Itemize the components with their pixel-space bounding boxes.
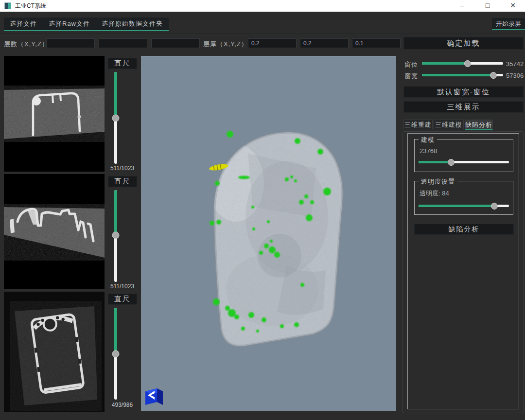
thickness-label: 层厚（X,Y,Z） xyxy=(203,40,248,49)
opacity-group-title: 透明度设置 xyxy=(419,177,457,186)
file-toolbar: 选择文件 选择Raw文件 选择原始数据文件夹 xyxy=(4,18,169,31)
slice-slider-3[interactable] xyxy=(114,308,117,400)
thickness-y-input[interactable] xyxy=(300,38,349,48)
title-bar: 工业CT系统 – □ ✕ xyxy=(0,0,525,12)
window-width-value: 57306 xyxy=(506,72,524,79)
slice-panel-xz: 直尺 511/1023 xyxy=(4,174,139,290)
opacity-slider-handle[interactable] xyxy=(491,203,498,210)
modeling-groupbox: 建模 23768 xyxy=(414,139,513,172)
window-width-fill xyxy=(422,74,493,76)
slice-slider-fill-2 xyxy=(114,190,117,235)
window-width-slider[interactable] xyxy=(422,74,503,76)
slice-panel-xy: 直尺 511/1023 xyxy=(4,56,139,173)
select-folder-button[interactable]: 选择原始数据文件夹 xyxy=(96,18,169,30)
display-3d-button[interactable]: 三维展示 xyxy=(403,101,524,113)
window-level-handle[interactable] xyxy=(464,60,471,67)
render-3d-viewport[interactable] xyxy=(141,56,396,411)
defect-analyze-button[interactable]: 缺陷分析 xyxy=(414,224,514,235)
ruler-button-3[interactable]: 直尺 xyxy=(108,294,137,305)
ct-slice-image-3 xyxy=(4,292,105,412)
confirm-load-button[interactable]: 确定加载 xyxy=(403,37,524,50)
thickness-x-input[interactable] xyxy=(248,38,297,48)
volume-render xyxy=(141,56,396,411)
ct-slice-image-2 xyxy=(4,174,105,289)
modeling-slider[interactable] xyxy=(419,161,509,163)
modeling-value: 23768 xyxy=(420,147,437,155)
opacity-value-label: 透明度: 84 xyxy=(420,189,449,198)
tab-3d-modeling[interactable]: 三维建模 xyxy=(434,120,464,129)
window-title: 工业CT系统 xyxy=(15,2,46,10)
thickness-z-input[interactable] xyxy=(352,38,401,48)
slice-slider-handle-1[interactable] xyxy=(112,114,120,122)
slice-position-3: 493/986 xyxy=(106,402,139,408)
slice-slider-fill-3 xyxy=(114,308,117,354)
select-raw-button[interactable]: 选择Raw文件 xyxy=(43,18,96,30)
ruler-button-2[interactable]: 直尺 xyxy=(108,176,137,187)
vendor-cube-logo xyxy=(144,385,164,406)
ct-slice-image-1 xyxy=(4,56,105,172)
layers-label: 层数（X,Y,Z） xyxy=(4,40,49,49)
slice-panel-yz: 直尺 493/986 xyxy=(4,292,139,413)
window-width-handle[interactable] xyxy=(490,72,497,79)
layers-y-input[interactable] xyxy=(99,38,147,48)
tab-defect-analysis[interactable]: 缺陷分析 xyxy=(465,120,493,130)
window-level-fill xyxy=(422,62,468,65)
minimize-button[interactable]: – xyxy=(450,0,474,12)
maximize-button[interactable]: □ xyxy=(475,0,500,12)
window-width-label: 窗宽 xyxy=(404,72,418,81)
start-record-button[interactable]: 开始录屏 xyxy=(492,18,525,30)
slice-slider-handle-2[interactable] xyxy=(112,231,120,239)
window-level-label: 窗位 xyxy=(404,60,418,69)
layers-z-input[interactable] xyxy=(151,38,200,48)
slice-position-1: 511/1023 xyxy=(106,165,139,172)
tab-3d-reconstruct[interactable]: 三维重建 xyxy=(403,120,433,129)
slice-slider-fill-1 xyxy=(114,72,117,118)
slice-position-2: 511/1023 xyxy=(106,283,139,290)
modeling-group-title: 建模 xyxy=(419,136,437,144)
toolbar-separator xyxy=(0,33,525,34)
close-button[interactable]: ✕ xyxy=(501,0,525,12)
modeling-slider-fill xyxy=(419,161,451,163)
select-file-button[interactable]: 选择文件 xyxy=(4,18,43,30)
modeling-slider-handle[interactable] xyxy=(448,159,455,166)
layers-x-input[interactable] xyxy=(46,38,95,48)
opacity-slider[interactable] xyxy=(419,205,509,207)
defect-tab-panel xyxy=(407,133,519,409)
slice-slider-handle-3[interactable] xyxy=(112,350,120,357)
default-windowing-button[interactable]: 默认窗宽-窗位 xyxy=(403,86,524,98)
opacity-slider-fill xyxy=(419,205,494,207)
main-area: 选择文件 选择Raw文件 选择原始数据文件夹 开始录屏 层数（X,Y,Z） 层厚… xyxy=(0,12,525,420)
window-level-value: 35742 xyxy=(506,60,524,68)
opacity-groupbox: 透明度设置 透明度: 84 xyxy=(414,181,513,215)
window-level-slider[interactable] xyxy=(422,62,503,65)
ruler-button-1[interactable]: 直尺 xyxy=(108,58,137,69)
slice-slider-2[interactable] xyxy=(114,190,117,282)
slice-slider-1[interactable] xyxy=(114,72,117,164)
app-icon xyxy=(4,2,11,9)
